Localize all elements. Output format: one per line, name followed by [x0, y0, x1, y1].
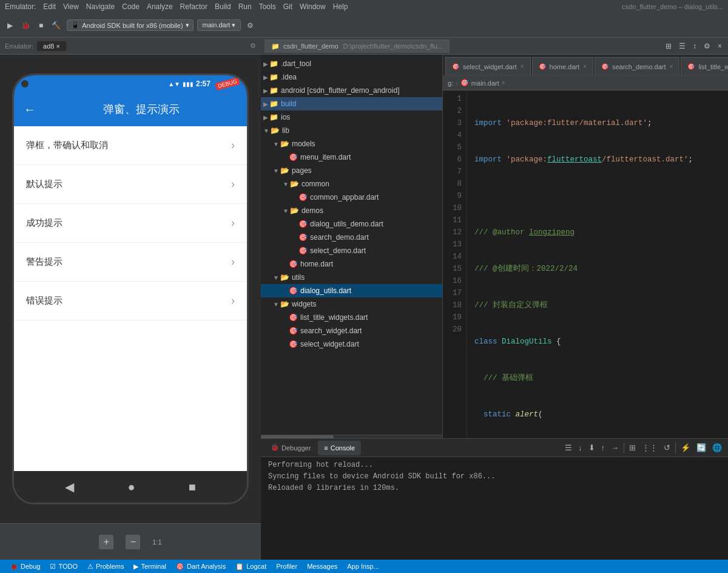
status-debug[interactable]: 🐞 Debug [5, 560, 45, 573]
tree-item-select-demo[interactable]: ▶ 🎯 select_demo.dart [261, 244, 442, 257]
tree-item-select-widget[interactable]: ▶ 🎯 select_widget.dart [261, 337, 442, 351]
tree-item-idea[interactable]: ▶ 📁 .idea [261, 70, 442, 84]
menu-emulator[interactable]: Emulator: [5, 2, 36, 11]
menu-navigate[interactable]: Navigate [86, 2, 115, 11]
ide-top-action-2[interactable]: ☰ [676, 41, 688, 52]
ide-top-action-3[interactable]: ↕ [690, 41, 699, 52]
menu-edit[interactable]: Edit [43, 2, 56, 11]
status-dart-analysis[interactable]: 🎯 Dart Analysis [171, 560, 231, 573]
menu-run[interactable]: Run [238, 2, 252, 11]
code-lines[interactable]: import 'package:flutter/material.dart'; … [467, 90, 728, 438]
console-toolbar-right[interactable]: → [608, 442, 621, 453]
tab-close-select-widget[interactable]: × [521, 63, 524, 70]
console-toolbar-refresh[interactable]: ↺ [661, 442, 673, 453]
ide-top-action-close[interactable]: × [715, 41, 724, 52]
status-todo-icon: ☑ [50, 563, 56, 571]
phone-list-item-0[interactable]: 弹框，带确认和取消 › [14, 126, 247, 165]
editor-tab-search-demo[interactable]: 🎯 search_demo.dart × [595, 57, 680, 75]
tree-item-utils[interactable]: ▼ 📂 utils [261, 271, 442, 284]
tree-item-menu-item-dart[interactable]: ▶ 🎯 menu_item.dart [261, 151, 442, 164]
breadcrumb-item-main[interactable]: main.dart [471, 80, 499, 87]
emulator-settings-icon[interactable]: ⚙ [250, 42, 256, 50]
menu-build[interactable]: Build [215, 2, 231, 11]
breadcrumb-close[interactable]: × [502, 80, 505, 86]
tree-item-home[interactable]: ▶ 🎯 home.dart [261, 257, 442, 271]
console-toolbar-down[interactable]: ↓ [576, 442, 585, 453]
tree-item-widgets[interactable]: ▼ 📂 widgets [261, 297, 442, 311]
status-profiler[interactable]: Profiler [271, 560, 302, 573]
ide-path-tab-project[interactable]: 📁 csdn_flutter_demo D:\project\flutter_d… [265, 39, 450, 53]
tree-item-dialog-utils-demo[interactable]: ▶ 🎯 dialog_utils_demo.dart [261, 217, 442, 231]
console-toolbar-grid[interactable]: ⊞ [627, 442, 638, 453]
settings-btn[interactable]: ⚙ [244, 20, 256, 31]
toolbar-run-btn[interactable]: ▶ [5, 20, 15, 31]
status-problems[interactable]: ⚠ Problems [83, 560, 129, 573]
device-selector[interactable]: 📱 Android SDK built for x86 (mobile) ▾ [67, 19, 193, 31]
console-toolbar-cycle[interactable]: 🔄 [694, 442, 709, 453]
console-toolbar-lightning[interactable]: ⚡ [678, 442, 693, 453]
menu-analyze[interactable]: Analyze [147, 2, 173, 11]
editor-tab-home[interactable]: 🎯 home.dart × [532, 57, 593, 75]
toolbar-build-btn[interactable]: 🔨 [49, 20, 63, 31]
toolbar-debug-btn[interactable]: 🐞 [19, 20, 33, 31]
tree-item-search-widget[interactable]: ▶ 🎯 search_widget.dart [261, 324, 442, 337]
breadcrumb-sep-1: › [456, 80, 458, 87]
status-todo[interactable]: ☑ TODO [45, 560, 83, 573]
tree-item-models[interactable]: ▼ 📂 models [261, 137, 442, 151]
phone-list-item-3[interactable]: 警告提示 › [14, 243, 247, 282]
toolbar-stop-btn[interactable]: ■ [36, 20, 46, 31]
tree-item-dart-tool[interactable]: ▶ 📁 .dart_tool [261, 57, 442, 70]
menu-refactor[interactable]: Refactor [180, 2, 207, 11]
ide-top-action-settings[interactable]: ⚙ [701, 41, 713, 52]
emulator-label: Emulator: [5, 42, 33, 50]
zoom-out-button[interactable]: − [126, 535, 140, 549]
tree-item-build[interactable]: ▶ 📁 build [261, 97, 442, 110]
menu-window[interactable]: Window [300, 2, 326, 11]
tree-item-common-appbar[interactable]: ▶ 🎯 common_appbar.dart [261, 191, 442, 204]
editor-tab-list-title-widgets[interactable]: 🎯 list_title_widgets.dart × [681, 57, 728, 75]
status-terminal[interactable]: ▶ Terminal [129, 560, 171, 573]
tree-item-android[interactable]: ▶ 📁 android [csdn_flutter_demo_android] [261, 84, 442, 97]
phone-nav-recent[interactable]: ■ [189, 480, 196, 494]
phone-list-item-2[interactable]: 成功提示 › [14, 204, 247, 243]
status-messages[interactable]: Messages [302, 560, 342, 573]
bottom-tab-console[interactable]: ≡ Console [318, 441, 361, 455]
menu-code[interactable]: Code [122, 2, 140, 11]
phone-list-item-1[interactable]: 默认提示 › [14, 165, 247, 204]
console-toolbar-globe[interactable]: 🌐 [710, 442, 724, 453]
phone-back-button[interactable]: ← [24, 103, 36, 117]
menu-git[interactable]: Git [283, 2, 292, 11]
tree-item-dialog-utils[interactable]: ▶ 🎯 dialog_utils.dart [261, 284, 442, 297]
tab-close-search-demo[interactable]: × [670, 63, 673, 70]
menu-view[interactable]: View [63, 2, 79, 11]
console-toolbar-up[interactable]: ↑ [599, 442, 608, 453]
tree-item-lib[interactable]: ▼ 📂 lib [261, 124, 442, 137]
emulator-tab[interactable]: ad8 × [37, 41, 66, 51]
tree-item-ios[interactable]: ▶ 📁 ios [261, 110, 442, 124]
ide-top-action-1[interactable]: ⊞ [663, 41, 674, 52]
tree-item-demos[interactable]: ▼ 📂 demos [261, 204, 442, 217]
tree-item-search-demo[interactable]: ▶ 🎯 search_demo.dart [261, 231, 442, 244]
phone-list-arrow-0: › [231, 139, 235, 152]
tree-item-common[interactable]: ▼ 📂 common [261, 177, 442, 191]
status-app-insp[interactable]: App Insp... [342, 560, 384, 573]
menu-help[interactable]: Help [333, 2, 348, 11]
menu-tools[interactable]: Tools [259, 2, 276, 11]
phone-list-item-4[interactable]: 错误提示 › [14, 282, 247, 320]
console-toolbar-down2[interactable]: ⬇ [586, 442, 598, 453]
phone-status-bar: ▲▼ ▮▮▮ 2:57 DEBUG [14, 75, 247, 92]
tab-close-home[interactable]: × [583, 63, 587, 70]
console-toolbar-more[interactable]: ⋮⋮ [639, 442, 660, 453]
tree-item-list-title-widgets[interactable]: ▶ 🎯 list_title_widgets.dart [261, 311, 442, 324]
status-logcat[interactable]: 📋 Logcat [231, 560, 271, 573]
zoom-in-button[interactable]: + [99, 535, 113, 549]
tree-item-pages[interactable]: ▼ 📂 pages [261, 164, 442, 177]
console-toolbar-filter[interactable]: ☰ [562, 442, 575, 453]
bottom-tab-debug[interactable]: 🐞 Debugger [265, 441, 317, 455]
phone-nav-home[interactable]: ● [127, 480, 135, 494]
editor-tab-select-widget[interactable]: 🎯 select_widget.dart × [445, 57, 531, 75]
breadcrumb-item-project[interactable]: g: [448, 80, 453, 87]
line-num-8: 8 [443, 178, 462, 190]
run-config-selector[interactable]: main.dart ▾ [197, 19, 241, 31]
phone-nav-back[interactable]: ◀ [65, 480, 74, 494]
